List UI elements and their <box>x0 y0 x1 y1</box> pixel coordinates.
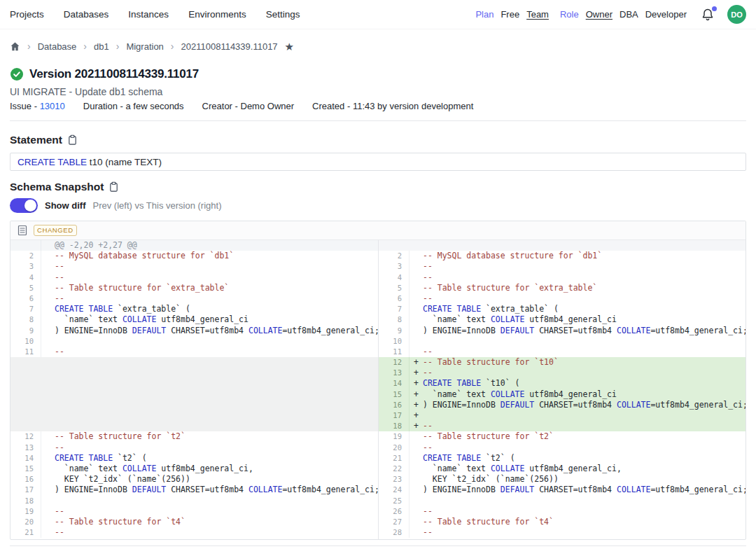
statement-section-heading: Statement <box>10 133 746 147</box>
code-line: -- <box>41 527 378 538</box>
diff-row: 4-- <box>379 272 746 283</box>
version-meta: Issue - 13010 Duration - a few seconds C… <box>10 100 746 111</box>
diff-right-pane[interactable]: 2-- MySQL database structure for `db1`3-… <box>378 240 746 539</box>
line-number: 14 <box>379 378 410 389</box>
diff-alignment-spacer <box>10 357 378 431</box>
line-number: 19 <box>379 431 410 442</box>
code-line: `name` text COLLATE utf8mb4_general_ci, <box>410 464 746 474</box>
code-line: -- <box>41 443 378 453</box>
diff-row: 10 <box>10 336 378 347</box>
line-number: 4 <box>379 272 410 283</box>
code-line: +-- Table structure for `t10` <box>410 357 746 368</box>
issue-label: Issue - <box>10 101 37 111</box>
breadcrumb-item-db1[interactable]: db1 <box>94 41 109 52</box>
favorite-star-icon[interactable]: ★ <box>285 41 294 52</box>
line-number: 2 <box>379 251 410 261</box>
line-number: 23 <box>379 474 410 485</box>
breadcrumb-separator: › <box>83 41 87 52</box>
code-line: `name` text COLLATE utf8mb4_general_ci <box>410 314 746 325</box>
changed-badge: CHANGED <box>34 225 77 235</box>
code-line: @@ -2,20 +2,27 @@ <box>41 240 378 251</box>
page-content: › Database › db1 › Migration › 202110081… <box>0 39 756 546</box>
notification-bell-button[interactable] <box>701 7 716 22</box>
breadcrumb-item-database[interactable]: Database <box>38 41 77 52</box>
diff-row: 5-- Table structure for `extra_table` <box>379 283 746 293</box>
plan-current: Free <box>500 9 519 20</box>
code-line: +CREATE TABLE `t10` ( <box>410 378 746 389</box>
role-label: Role <box>560 9 579 20</box>
home-icon <box>10 41 20 52</box>
copy-snapshot-button[interactable] <box>108 181 119 193</box>
diff-panel-header: CHANGED <box>10 221 746 240</box>
line-number: 26 <box>379 506 410 517</box>
role-dba-link[interactable]: DBA <box>620 9 638 20</box>
role-owner-link[interactable]: Owner <box>586 9 612 20</box>
avatar[interactable]: DO <box>727 5 746 24</box>
role-developer-link[interactable]: Developer <box>645 9 687 20</box>
code-line: -- <box>410 347 746 357</box>
statement-sql: CREATE TABLE t10 (name TEXT) <box>10 153 746 171</box>
code-line: -- MySQL database structure for `db1` <box>410 251 746 261</box>
code-line: +-- <box>410 421 746 431</box>
diff-row-added: 15+ `name` text COLLATE utf8mb4_general_… <box>379 389 746 400</box>
code-line: ) ENGINE=InnoDB DEFAULT CHARSET=utf8mb4 … <box>410 485 746 495</box>
line-number: 8 <box>379 314 410 325</box>
role-group: Role Owner DBA Developer <box>560 9 687 20</box>
line-number: 16 <box>10 474 41 485</box>
diff-row: 27-- Table structure for `t4` <box>379 517 746 527</box>
code-line: -- Table structure for `t2` <box>410 431 746 442</box>
diff-row-added: 17+ <box>379 410 746 421</box>
home-breadcrumb[interactable] <box>10 41 20 52</box>
line-number: 20 <box>379 443 410 453</box>
plan-label: Plan <box>475 9 493 20</box>
nav-item-instances[interactable]: Instances <box>128 9 169 20</box>
nav-item-environments[interactable]: Environments <box>188 9 246 20</box>
diff-row: 19-- <box>10 506 378 517</box>
nav-item-projects[interactable]: Projects <box>10 9 44 20</box>
code-line: + <box>410 410 746 421</box>
code-line: CREATE TABLE `t2` ( <box>410 453 746 464</box>
code-line: -- <box>410 443 746 453</box>
code-line: KEY `t2_idx` (`name`(256)) <box>410 474 746 485</box>
duration-meta: Duration - a few seconds <box>83 101 184 111</box>
show-diff-row: Show diff Prev (left) vs This version (r… <box>10 197 746 213</box>
diff-row: 19-- Table structure for `t2` <box>379 431 746 442</box>
notification-dot <box>712 6 717 11</box>
nav-item-settings[interactable]: Settings <box>266 9 300 20</box>
diff-row: 4-- <box>10 272 378 283</box>
diff-row: 24) ENGINE=InnoDB DEFAULT CHARSET=utf8mb… <box>379 485 746 495</box>
issue-meta: Issue - 13010 <box>10 101 65 111</box>
line-number: 19 <box>10 506 41 517</box>
code-line: -- <box>410 527 746 538</box>
breadcrumb-separator: › <box>116 41 120 52</box>
line-number: 11 <box>379 347 410 357</box>
code-line: -- Table structure for `t2` <box>41 431 378 442</box>
line-number: 21 <box>379 453 410 464</box>
copy-statement-button[interactable] <box>67 134 78 146</box>
issue-link[interactable]: 13010 <box>40 101 65 111</box>
line-number: 15 <box>10 464 41 474</box>
diff-hunk-header: @@ -2,20 +2,27 @@ <box>10 240 378 251</box>
created-meta: Created - 11:43 by version development <box>312 101 473 111</box>
diff-row-added: 12+-- Table structure for `t10` <box>379 357 746 368</box>
show-diff-label: Show diff <box>45 200 86 211</box>
breadcrumb-item-version[interactable]: 20211008114339.11017 <box>181 41 278 52</box>
plan-team-link[interactable]: Team <box>526 9 549 20</box>
nav-item-databases[interactable]: Databases <box>64 9 109 20</box>
code-line: -- <box>410 293 746 304</box>
page-bottom-divider <box>10 545 746 546</box>
section-divider <box>10 120 746 121</box>
app-window: Projects Databases Instances Environment… <box>0 0 756 549</box>
code-line: -- <box>41 506 378 517</box>
breadcrumb-item-migration[interactable]: Migration <box>126 41 163 52</box>
code-line: +) ENGINE=InnoDB DEFAULT CHARSET=utf8mb4… <box>410 400 746 410</box>
show-diff-toggle[interactable] <box>10 198 38 213</box>
line-number: 7 <box>10 304 41 314</box>
line-number: 27 <box>379 517 410 527</box>
diff-alignment-strip <box>379 240 746 251</box>
diff-left-pane[interactable]: @@ -2,20 +2,27 @@2-- MySQL database stru… <box>10 240 378 539</box>
line-number: 12 <box>10 431 41 442</box>
code-line: ) ENGINE=InnoDB DEFAULT CHARSET=utf8mb4 … <box>410 326 746 336</box>
diff-row: 15 `name` text COLLATE utf8mb4_general_c… <box>10 464 378 474</box>
diff-row: 14CREATE TABLE `t2` ( <box>10 453 378 464</box>
